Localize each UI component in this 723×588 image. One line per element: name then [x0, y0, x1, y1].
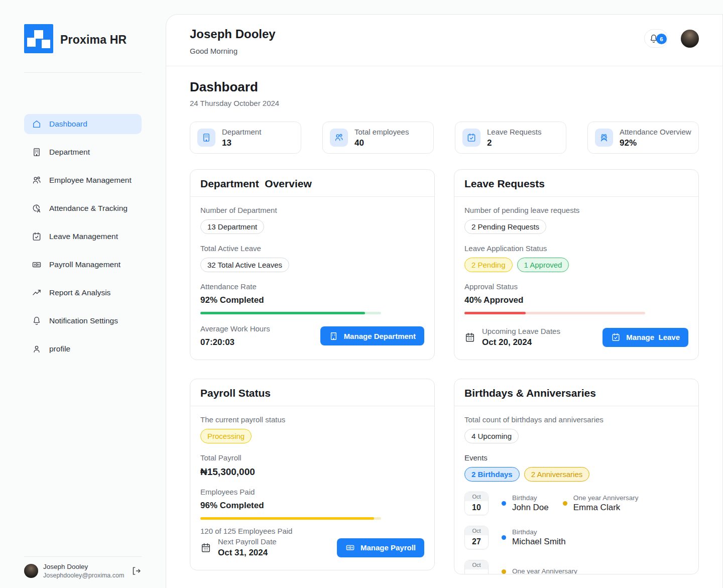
banknote-icon	[345, 543, 355, 552]
users-icon	[32, 175, 42, 185]
birthday-dot-icon	[502, 501, 506, 506]
stat-value: 13	[222, 138, 261, 148]
stat-label: Department	[222, 128, 261, 136]
field-label: Total Active Leave	[200, 244, 424, 253]
button-label: Manage Payroll	[360, 543, 416, 552]
active-leaves-pill: 32 Total Active Leaves	[200, 258, 289, 272]
attendance-progress-bar	[200, 312, 381, 314]
field-label: The current payroll status	[200, 415, 424, 424]
date-chip: Oct 27	[464, 526, 489, 549]
manage-leave-button[interactable]: Manage Leave	[602, 328, 688, 347]
users-icon	[330, 129, 348, 147]
sidebar-item-department[interactable]: Department	[24, 142, 142, 162]
sidebar-item-label: profile	[49, 344, 70, 354]
main-panel: Joseph Dooley Good Morning 6 Dashboard 2…	[166, 14, 723, 588]
payroll-status-pill: Processing	[200, 429, 252, 443]
upcoming-count-pill: 4 Upcoming	[464, 429, 519, 443]
field-label: Total count of birthdays and anniversari…	[464, 415, 688, 424]
page-title: Dashboard	[190, 79, 699, 95]
field-label: Number of Department	[200, 206, 424, 214]
event-day: 10	[465, 501, 488, 515]
sidebar-item-label: Leave Management	[49, 232, 118, 241]
attendance-rate-value: 92% Completed	[200, 295, 424, 305]
event-name: John Doe	[512, 503, 549, 513]
calendar-icon	[200, 542, 211, 553]
event-type: Birthday	[512, 528, 566, 536]
notifications-button[interactable]: 6	[644, 29, 668, 48]
field-label: Next Payroll Date	[218, 537, 277, 546]
pending-requests-pill: 2 Pending Requests	[464, 219, 546, 234]
date-chip: Oct 10	[464, 492, 489, 515]
manage-department-button[interactable]: Manage Department	[320, 326, 424, 345]
page-date: 24 Thursday October 2024	[190, 99, 699, 107]
event-type: One year Anniversary	[573, 494, 639, 502]
sidebar-item-profile[interactable]: profile	[24, 339, 142, 359]
sidebar-user-footer: Joseph Dooley Josephdooley@proxima.com	[24, 556, 142, 579]
sidebar-nav: Dashboard Department Employee Management…	[24, 114, 142, 367]
sidebar-item-dashboard[interactable]: Dashboard	[24, 114, 142, 134]
sidebar-item-label: Notification Settings	[49, 316, 118, 325]
sidebar-item-attendance-tracking[interactable]: Attendance & Tracking	[24, 198, 142, 218]
stat-card-attendance-overview: Attendance Overview 92%	[587, 122, 699, 154]
stat-value: 2	[487, 138, 541, 148]
event-entry: One year Anniversary	[502, 567, 577, 574]
approved-status-pill: 1 Approved	[517, 258, 569, 272]
event-entry: Birthday Michael Smith	[502, 528, 566, 547]
header-greeting: Good Morning	[190, 46, 276, 56]
card-title: Birthdays & Anniversaries	[454, 379, 698, 406]
event-name: Emma Clark	[573, 503, 639, 513]
sidebar: Proxima HR Dashboard Department Employee…	[0, 0, 166, 588]
field-label: Leave Application Status	[464, 244, 688, 253]
banknote-icon	[32, 260, 42, 270]
sidebar-item-label: Report & Analysis	[49, 288, 110, 297]
trending-up-icon	[32, 288, 42, 298]
building-icon	[32, 147, 42, 157]
notification-count-badge: 6	[656, 34, 667, 44]
payroll-status-card: Payroll Status The current payroll statu…	[190, 379, 435, 570]
user-icon	[32, 344, 42, 354]
sidebar-item-label: Department	[49, 148, 90, 157]
logout-icon[interactable]	[131, 565, 142, 576]
stat-card-leave-requests: Leave Requests 2	[455, 122, 566, 154]
brand: Proxima HR	[24, 24, 142, 55]
sidebar-item-leave-management[interactable]: Leave Management	[24, 226, 142, 247]
anniversary-dot-icon	[502, 569, 506, 574]
button-label: Manage Leave	[626, 333, 680, 341]
birthday-dot-icon	[502, 535, 506, 540]
event-row: Oct 10 Birthday John Doe	[464, 492, 688, 515]
work-hours-value: 07:20:03	[200, 337, 270, 347]
manage-payroll-button[interactable]: Manage Payroll	[337, 538, 424, 557]
button-label: Manage Department	[344, 332, 416, 340]
stat-value: 92%	[620, 138, 691, 148]
birthdays-anniversaries-card: Birthdays & Anniversaries Total count of…	[454, 379, 699, 574]
sidebar-item-label: Payroll Management	[49, 260, 120, 269]
field-label: Upcoming Leave Dates	[482, 327, 560, 335]
anniversary-dot-icon	[563, 501, 567, 506]
approval-status-value: 40% Approved	[464, 295, 688, 305]
brand-logo-icon	[24, 24, 53, 55]
event-entry: One year Anniversary Emma Clark	[563, 494, 639, 513]
stat-label: Leave Requests	[487, 128, 541, 136]
sidebar-item-report-analysis[interactable]: Report & Analysis	[24, 283, 142, 303]
events-label: Events	[464, 453, 688, 462]
event-name: Michael Smith	[512, 537, 566, 547]
calendar-check-icon	[32, 231, 42, 242]
stat-card-total-employees: Total employees 40	[322, 122, 434, 154]
stat-card-department: Department 13	[190, 122, 301, 154]
header-user-name: Joseph Dooley	[190, 27, 276, 42]
users-group-icon	[595, 129, 613, 147]
approval-progress-bar	[464, 312, 645, 314]
stat-label: Attendance Overview	[620, 128, 691, 136]
event-month: Oct	[465, 526, 488, 535]
avatar[interactable]	[681, 30, 699, 48]
sidebar-item-employee-management[interactable]: Employee Management	[24, 170, 142, 190]
field-label: Average Work Hours	[200, 324, 270, 333]
event-day	[465, 569, 488, 574]
field-label: Employees Paid	[200, 488, 424, 496]
total-payroll-value: ₦15,300,000	[200, 466, 424, 478]
building-icon	[329, 331, 338, 341]
calendar-check-icon	[462, 129, 480, 147]
home-icon	[32, 119, 42, 129]
sidebar-item-notification-settings[interactable]: Notification Settings	[24, 311, 142, 331]
sidebar-item-payroll-management[interactable]: Payroll Management	[24, 255, 142, 275]
